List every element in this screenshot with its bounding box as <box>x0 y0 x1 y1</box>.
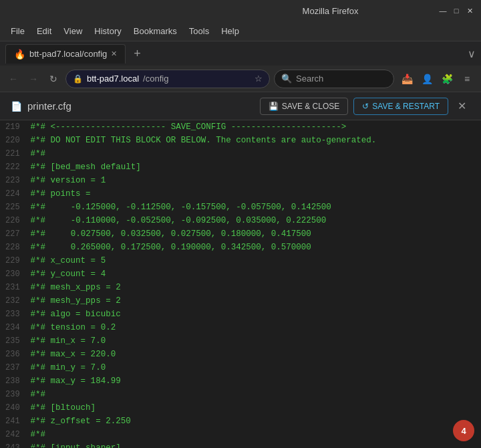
line-code: #*# <box>28 388 481 401</box>
table-row: 227#*# 0.027500, 0.032500, 0.027500, 0.1… <box>0 227 481 241</box>
table-row: 223#*# version = 1 <box>0 174 481 187</box>
menu-history[interactable]: History <box>89 23 126 39</box>
table-row: 239#*# <box>0 388 481 401</box>
table-row: 237#*# min_y = 7.0 <box>0 361 481 374</box>
search-icon: 🔍 <box>281 74 292 84</box>
close-window-button[interactable]: ✕ <box>465 6 474 15</box>
titlebar-controls: — □ ✕ <box>438 6 474 15</box>
code-table: 219#*# <---------------------- SAVE_CONF… <box>0 120 481 448</box>
table-row: 236#*# max_x = 220.0 <box>0 348 481 361</box>
tabbar: 🔥 btt-pad7.local/config ✕ + ∨ <box>0 41 481 66</box>
line-code: #*# max_y = 184.99 <box>28 374 481 388</box>
bookmark-star-icon[interactable]: ☆ <box>255 74 263 84</box>
tab-config[interactable]: 🔥 btt-pad7.local/config ✕ <box>5 44 126 64</box>
security-lock-icon: 🔒 <box>73 74 83 84</box>
table-row: 240#*# [bltouch] <box>0 401 481 415</box>
table-row: 229#*# x_count = 5 <box>0 254 481 267</box>
menu-tools[interactable]: Tools <box>184 23 214 39</box>
line-number: 228 <box>0 241 28 254</box>
new-tab-button[interactable]: + <box>128 47 146 61</box>
line-code: #*# <box>28 147 481 160</box>
menubar: File Edit View History Bookmarks Tools H… <box>0 21 481 41</box>
table-row: 234#*# tension = 0.2 <box>0 321 481 334</box>
line-code: #*# min_y = 7.0 <box>28 361 481 374</box>
refresh-button[interactable]: ↻ <box>45 71 61 87</box>
line-code: #*# algo = bicubic <box>28 308 481 321</box>
forward-button[interactable]: → <box>25 71 41 87</box>
line-code: #*# -0.125000, -0.112500, -0.157500, -0.… <box>28 201 481 214</box>
menu-edit[interactable]: Edit <box>31 23 57 39</box>
line-code: #*# tension = 0.2 <box>28 321 481 334</box>
save-restart-label: SAVE & RESTART <box>372 102 440 111</box>
line-number: 222 <box>0 160 28 174</box>
save-close-label: SAVE & CLOSE <box>282 102 339 111</box>
code-area[interactable]: 219#*# <---------------------- SAVE_CONF… <box>0 120 481 448</box>
minimize-button[interactable]: — <box>438 6 448 15</box>
tab-close-button[interactable]: ✕ <box>111 49 117 58</box>
account-icon[interactable]: 👤 <box>418 70 436 88</box>
line-number: 221 <box>0 147 28 160</box>
line-code: #*# points = <box>28 187 481 201</box>
line-number: 243 <box>0 441 28 448</box>
close-button[interactable]: ✕ <box>454 97 470 115</box>
save-restart-button[interactable]: ↺ SAVE & RESTART <box>353 98 448 115</box>
table-row: 219#*# <---------------------- SAVE_CONF… <box>0 120 481 134</box>
menu-bookmarks[interactable]: Bookmarks <box>128 23 182 39</box>
menu-view[interactable]: View <box>58 23 88 39</box>
back-button[interactable]: ← <box>5 71 21 87</box>
table-row: 220#*# DO NOT EDIT THIS BLOCK OR BELOW. … <box>0 134 481 147</box>
table-row: 221#*# <box>0 147 481 160</box>
line-number: 237 <box>0 361 28 374</box>
line-code: #*# [input_shaper] <box>28 441 481 448</box>
extensions-icon[interactable]: 🧩 <box>438 70 456 88</box>
line-number: 240 <box>0 401 28 415</box>
file-icon: 📄 <box>11 101 22 112</box>
line-number: 236 <box>0 348 28 361</box>
menu-icon[interactable]: ≡ <box>458 70 476 88</box>
line-number: 227 <box>0 227 28 241</box>
line-code: #*# DO NOT EDIT THIS BLOCK OR BELOW. The… <box>28 134 481 147</box>
filename: printer.cfg <box>27 100 71 112</box>
table-row: 243#*# [input_shaper] <box>0 441 481 448</box>
line-code: #*# [bltouch] <box>28 401 481 415</box>
notification-badge[interactable]: 4 <box>453 420 474 441</box>
line-code: #*# mesh_y_pps = 2 <box>28 294 481 308</box>
table-row: 242#*# <box>0 428 481 441</box>
table-row: 224#*# points = <box>0 187 481 201</box>
titlebar: Mozilla Firefox — □ ✕ <box>0 0 481 21</box>
line-number: 242 <box>0 428 28 441</box>
url-bar[interactable]: 🔒 btt-pad7.local /config ☆ <box>65 70 270 88</box>
menu-file[interactable]: File <box>5 23 30 39</box>
table-row: 230#*# y_count = 4 <box>0 267 481 281</box>
line-number: 231 <box>0 281 28 294</box>
table-row: 222#*# [bed_mesh default] <box>0 160 481 174</box>
line-number: 241 <box>0 415 28 428</box>
search-bar[interactable]: 🔍 Search <box>274 70 394 88</box>
table-row: 232#*# mesh_y_pps = 2 <box>0 294 481 308</box>
line-code: #*# -0.110000, -0.052500, -0.092500, 0.0… <box>28 214 481 227</box>
content-area: 📄 printer.cfg 💾 SAVE & CLOSE ↺ SAVE & RE… <box>0 92 481 448</box>
file-header: 📄 printer.cfg 💾 SAVE & CLOSE ↺ SAVE & RE… <box>0 92 481 120</box>
table-row: 228#*# 0.265000, 0.172500, 0.190000, 0.3… <box>0 241 481 254</box>
table-row: 241#*# z_offset = 2.250 <box>0 415 481 428</box>
save-icon: 💾 <box>269 102 279 111</box>
save-close-button[interactable]: 💾 SAVE & CLOSE <box>260 98 348 115</box>
line-number: 229 <box>0 254 28 267</box>
maximize-button[interactable]: □ <box>452 6 461 15</box>
tab-label: btt-pad7.local/config <box>29 49 107 59</box>
table-row: 233#*# algo = bicubic <box>0 308 481 321</box>
table-row: 226#*# -0.110000, -0.052500, -0.092500, … <box>0 214 481 227</box>
line-number: 239 <box>0 388 28 401</box>
line-number: 225 <box>0 201 28 214</box>
toolbar-right: 📥 👤 🧩 ≡ <box>398 70 476 88</box>
line-code: #*# mesh_x_pps = 2 <box>28 281 481 294</box>
menu-help[interactable]: Help <box>216 23 245 39</box>
line-number: 230 <box>0 267 28 281</box>
pocket-icon[interactable]: 📥 <box>398 70 416 88</box>
tab-overflow-button[interactable]: ∨ <box>468 47 476 60</box>
line-number: 238 <box>0 374 28 388</box>
line-code: #*# max_x = 220.0 <box>28 348 481 361</box>
line-number: 232 <box>0 294 28 308</box>
url-domain: btt-pad7.local <box>87 74 139 84</box>
line-number: 223 <box>0 174 28 187</box>
